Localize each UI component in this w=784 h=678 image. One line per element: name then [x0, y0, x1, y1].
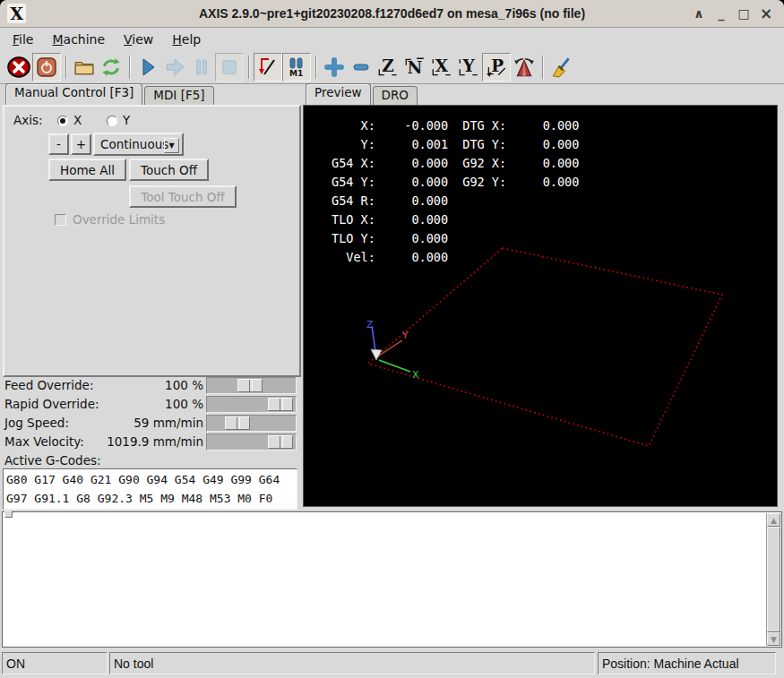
tool-touch-off-button: Tool Touch Off [129, 185, 237, 208]
view-z-icon: Z [376, 56, 400, 79]
gcode-listing-area[interactable]: ▲ ▼ [2, 511, 782, 648]
shade-button[interactable]: ∧ [692, 4, 706, 22]
view-y-button[interactable]: Y [455, 54, 482, 81]
tab-mdi[interactable]: MDI [F5] [144, 86, 213, 105]
rapid-override-value: 100 % [165, 397, 203, 411]
stop-icon [220, 57, 239, 77]
left-notebook-tabs: Manual Control [F3] MDI [F5] [5, 85, 216, 105]
menu-view[interactable]: View [122, 31, 155, 47]
pause-icon [191, 56, 212, 78]
svg-text:Y: Y [461, 56, 475, 75]
reload-icon [99, 56, 123, 79]
zoom-in-icon [323, 56, 345, 78]
jog-speed-slider[interactable] [206, 415, 297, 432]
view-z-button[interactable]: Z [375, 54, 401, 81]
maximize-button[interactable]: □ [737, 4, 751, 22]
override-limits-label: Override Limits [73, 212, 165, 227]
dro-line: Y: 0.001 DTG Y: 0.000 [332, 135, 579, 154]
gcode-line: G97 G91.1 G8 G92.3 M5 M9 M48 M53 M0 F0 [6, 489, 294, 508]
rapid-override-slider[interactable] [206, 396, 297, 413]
home-all-button[interactable]: Home All [48, 159, 126, 181]
zoom-out-button[interactable] [348, 54, 375, 81]
view-p-button[interactable]: P [482, 53, 511, 82]
jog-minus-button[interactable]: - [48, 133, 69, 155]
close-button[interactable]: × [759, 4, 773, 22]
scrollbar-thumb[interactable] [767, 527, 780, 632]
z-axis-label: Z [366, 319, 374, 330]
svg-text:X: X [435, 56, 449, 75]
view-z-rotated-button[interactable]: N [401, 54, 428, 81]
view-x-button[interactable]: X [428, 54, 455, 81]
feed-override-label: Feed Override: [4, 378, 93, 392]
toggle-skip-lines-button[interactable] [254, 53, 282, 82]
axis-x-label[interactable]: X [73, 113, 82, 127]
dro-line: Vel: 0.000 [332, 248, 579, 267]
run-button[interactable] [134, 54, 161, 81]
view-p-icon: P [485, 56, 508, 79]
dro-line: G54 X: 0.000 G92 X: 0.000 [332, 154, 579, 173]
machine-limit-boundary [368, 248, 722, 446]
window-controls: ∧ _ □ × [692, 0, 773, 27]
machine-power-button[interactable] [32, 53, 61, 82]
override-limits-checkbox [55, 214, 66, 226]
preview-canvas[interactable]: Z Y X X: -0.000 DTG X: 0.000 Y: 0.001 DT… [303, 105, 778, 507]
active-gcodes-box: G80 G17 G40 G21 G90 G94 G54 G49 G99 G64G… [3, 468, 297, 510]
axis-main-window: X AXIS 2.9.0~pre1+git20230208.f1270d6ed7… [0, 0, 784, 678]
max-velocity-slider[interactable] [206, 433, 297, 451]
tab-manual-control[interactable]: Manual Control [F3] [5, 83, 142, 105]
status-position-mode: Position: Machine Actual [598, 652, 776, 674]
scroll-down-arrow-icon[interactable]: ▼ [767, 632, 780, 646]
toggle-optional-pause-button[interactable]: M1 [282, 53, 311, 82]
step-button[interactable] [161, 54, 188, 81]
open-file-button[interactable] [71, 54, 98, 81]
jog-speed-label: Jog Speed: [4, 416, 69, 430]
axis-y-radio[interactable] [107, 116, 117, 126]
feed-override-value: 100 % [165, 378, 203, 392]
clear-plot-button[interactable] [547, 54, 574, 81]
menu-help[interactable]: Help [170, 31, 202, 47]
toolbar-separator [65, 56, 66, 79]
tab-preview[interactable]: Preview [306, 83, 371, 105]
skip-lines-icon [257, 56, 279, 78]
open-folder-icon [73, 56, 96, 79]
toolbar-separator [129, 56, 130, 79]
run-icon [137, 56, 159, 78]
svg-text:N: N [408, 58, 423, 77]
zoom-out-icon [350, 56, 372, 78]
minimize-button[interactable]: _ [714, 4, 728, 22]
view-y-icon: Y [457, 56, 480, 79]
feed-override-slider[interactable] [206, 377, 297, 394]
y-axis-line [376, 340, 402, 357]
menu-machine[interactable]: Machine [50, 31, 107, 47]
estop-button[interactable] [5, 54, 32, 81]
dro-readout: X: -0.000 DTG X: 0.000 Y: 0.001 DTG Y: 0… [332, 116, 579, 267]
rapid-override-label: Rapid Override: [4, 397, 99, 411]
axis-x-radio[interactable] [57, 116, 68, 126]
status-tool: No tool [109, 652, 595, 674]
jog-mode-select[interactable]: Continuous ▼ [93, 133, 184, 156]
rotate-view-icon [513, 56, 536, 79]
tab-dro[interactable]: DRO [373, 86, 418, 105]
rotate-view-button[interactable] [511, 54, 538, 81]
dro-line: G54 Y: 0.000 G92 Y: 0.000 [332, 173, 579, 192]
pause-button[interactable] [188, 54, 215, 81]
axis-y-label[interactable]: Y [123, 113, 130, 127]
zoom-in-button[interactable] [321, 54, 348, 81]
menubar: File Machine View Help [0, 28, 784, 50]
scroll-up-arrow-icon[interactable]: ▲ [767, 513, 780, 527]
pane-sash-handle[interactable] [4, 511, 13, 518]
estop-icon [7, 56, 30, 79]
right-notebook-tabs: Preview DRO [306, 85, 419, 105]
max-velocity-value: 1019.9 mm/min [107, 434, 203, 449]
dro-line: TLO Y: 0.000 [332, 229, 579, 248]
touch-off-button[interactable]: Touch Off [129, 159, 209, 181]
gcode-line: G80 G17 G40 G21 G90 G94 G54 G49 G99 G64 [6, 470, 294, 489]
svg-text:Z: Z [382, 56, 393, 75]
stop-button[interactable] [215, 53, 244, 82]
view-x-icon: X [430, 56, 453, 79]
reload-button[interactable] [98, 54, 125, 81]
machine-power-icon [36, 56, 57, 78]
jog-plus-button[interactable]: + [71, 133, 91, 155]
vertical-scrollbar[interactable]: ▲ ▼ [766, 513, 780, 646]
menu-file[interactable]: File [11, 31, 35, 47]
